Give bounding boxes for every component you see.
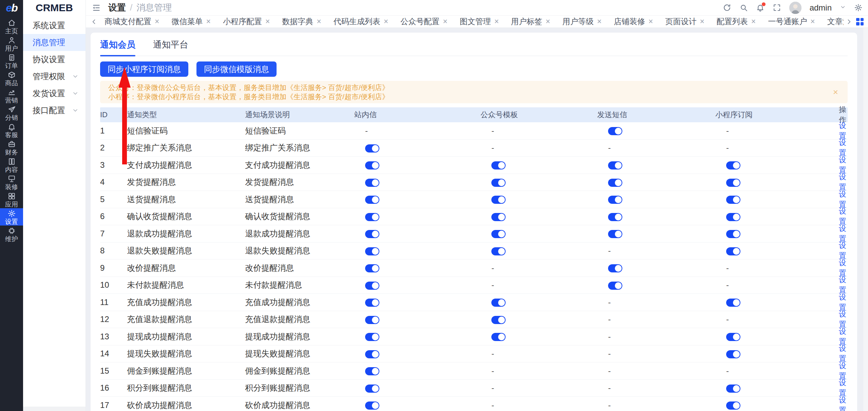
settings-link[interactable]: 设置 <box>839 293 846 311</box>
close-icon[interactable]: × <box>384 18 388 25</box>
settings-link[interactable]: 设置 <box>839 344 846 363</box>
site-message-toggle[interactable] <box>365 247 379 255</box>
rail-item[interactable]: 营销 <box>0 87 23 104</box>
wechat-template-toggle[interactable] <box>491 333 506 341</box>
rail-item[interactable]: 用户 <box>0 35 23 52</box>
site-message-toggle[interactable] <box>365 230 379 238</box>
refresh-icon[interactable] <box>723 3 731 12</box>
site-message-toggle[interactable] <box>365 213 379 221</box>
rail-item[interactable]: 财务 <box>0 139 23 156</box>
settings-link[interactable]: 设置 <box>839 138 846 157</box>
page-tab[interactable]: 小程序配置 × <box>218 15 275 29</box>
miniprogram-subscribe-toggle[interactable] <box>726 299 740 307</box>
site-message-toggle[interactable] <box>365 401 379 410</box>
avatar[interactable] <box>789 2 801 14</box>
sidebar-item[interactable]: 协议设置 <box>23 51 86 68</box>
rail-item[interactable]: 客服 <box>0 122 23 139</box>
site-message-toggle[interactable] <box>365 282 379 290</box>
wechat-template-toggle[interactable] <box>491 299 506 307</box>
close-icon[interactable]: × <box>155 18 159 25</box>
settings-link[interactable]: 设置 <box>839 207 846 226</box>
settings-link[interactable]: 设置 <box>839 378 846 397</box>
settings-link[interactable]: 设置 <box>839 275 846 294</box>
close-icon[interactable]: × <box>206 18 210 25</box>
sms-toggle[interactable] <box>608 282 622 290</box>
miniprogram-subscribe-toggle[interactable] <box>726 196 740 204</box>
miniprogram-subscribe-toggle[interactable] <box>726 179 740 187</box>
page-tab[interactable]: 商城支付配置 × <box>99 15 164 29</box>
tabs-scroll-left[interactable] <box>89 18 99 25</box>
wechat-template-toggle[interactable] <box>491 316 506 324</box>
close-icon[interactable]: × <box>810 18 815 25</box>
settings-link[interactable]: 设置 <box>839 361 846 380</box>
site-message-toggle[interactable] <box>365 367 379 375</box>
rail-item[interactable]: 维护 <box>0 226 23 243</box>
settings-link[interactable]: 设置 <box>839 327 846 346</box>
sms-toggle[interactable] <box>608 161 622 169</box>
gear-icon[interactable] <box>854 3 863 12</box>
settings-link[interactable]: 设置 <box>839 396 846 411</box>
site-message-toggle[interactable] <box>365 144 379 153</box>
settings-link[interactable]: 设置 <box>839 224 846 243</box>
page-tab[interactable]: 店铺装修 × <box>609 15 658 29</box>
site-message-toggle[interactable] <box>365 316 379 324</box>
page-tab[interactable]: 微信菜单 × <box>166 15 215 29</box>
wechat-template-toggle[interactable] <box>491 213 506 221</box>
page-tab[interactable]: 用户标签 × <box>506 15 555 29</box>
settings-link[interactable]: 设置 <box>839 156 846 174</box>
sidebar-item[interactable]: 接口配置 <box>23 102 86 119</box>
rail-item[interactable]: 内容 <box>0 156 23 174</box>
sms-toggle[interactable] <box>608 196 622 204</box>
miniprogram-subscribe-toggle[interactable] <box>726 247 740 255</box>
app-logo[interactable]: eb <box>0 0 23 16</box>
site-message-toggle[interactable] <box>365 299 379 307</box>
tabs-scroll-right[interactable] <box>844 18 854 25</box>
miniprogram-subscribe-toggle[interactable] <box>726 333 740 341</box>
sms-toggle[interactable] <box>608 179 622 187</box>
sync-button[interactable]: 同步微信模版消息 <box>196 61 277 77</box>
settings-link[interactable]: 设置 <box>839 173 846 191</box>
miniprogram-subscribe-toggle[interactable] <box>726 350 740 358</box>
username[interactable]: admin <box>810 3 832 13</box>
sidebar-item[interactable]: 消息管理 <box>23 34 86 51</box>
page-tab[interactable]: 一号通账户 × <box>763 15 820 29</box>
collapse-menu-icon[interactable] <box>92 3 101 12</box>
miniprogram-subscribe-toggle[interactable] <box>726 401 740 410</box>
rail-item[interactable]: 应用 <box>0 191 23 208</box>
miniprogram-subscribe-toggle[interactable] <box>726 213 740 221</box>
notify-tab[interactable]: 通知平台 <box>153 39 188 56</box>
site-message-toggle[interactable] <box>365 350 379 358</box>
close-icon[interactable]: × <box>494 18 499 25</box>
sidebar-scrollbar[interactable] <box>23 407 86 411</box>
wechat-template-toggle[interactable] <box>491 179 506 187</box>
site-message-toggle[interactable] <box>365 333 379 341</box>
close-icon[interactable]: × <box>751 18 756 25</box>
miniprogram-subscribe-toggle[interactable] <box>726 230 740 238</box>
settings-link[interactable]: 设置 <box>839 310 846 328</box>
close-icon[interactable]: × <box>700 18 704 25</box>
page-tab[interactable]: 页面设计 × <box>660 15 709 29</box>
settings-link[interactable]: 设置 <box>839 190 846 209</box>
close-icon[interactable]: × <box>597 18 602 25</box>
page-tab[interactable]: 数据字典 × <box>277 15 326 29</box>
breadcrumb-section[interactable]: 设置 <box>108 2 126 14</box>
rail-item[interactable]: 商品 <box>0 70 23 87</box>
wechat-template-toggle[interactable] <box>491 196 506 204</box>
wechat-template-toggle[interactable] <box>491 161 506 169</box>
settings-link[interactable]: 设置 <box>839 241 846 260</box>
sidebar-item[interactable]: 系统设置 <box>23 17 86 34</box>
sms-toggle[interactable] <box>608 213 622 221</box>
site-message-toggle[interactable] <box>365 385 379 393</box>
close-icon[interactable]: × <box>546 18 550 25</box>
sidebar-item[interactable]: 管理权限 <box>23 68 86 85</box>
rail-item[interactable]: 设置 <box>0 208 23 226</box>
wechat-template-toggle[interactable] <box>491 247 506 255</box>
vertical-scrollbar[interactable] <box>863 28 868 411</box>
close-icon[interactable]: × <box>317 18 321 25</box>
tabs-overview-icon[interactable] <box>856 18 864 26</box>
rail-item[interactable]: 装修 <box>0 174 23 191</box>
fullscreen-icon[interactable] <box>773 3 781 12</box>
site-message-toggle[interactable] <box>365 161 379 169</box>
close-icon[interactable]: × <box>832 88 839 96</box>
page-tab[interactable]: 公众号配置 × <box>395 15 452 29</box>
